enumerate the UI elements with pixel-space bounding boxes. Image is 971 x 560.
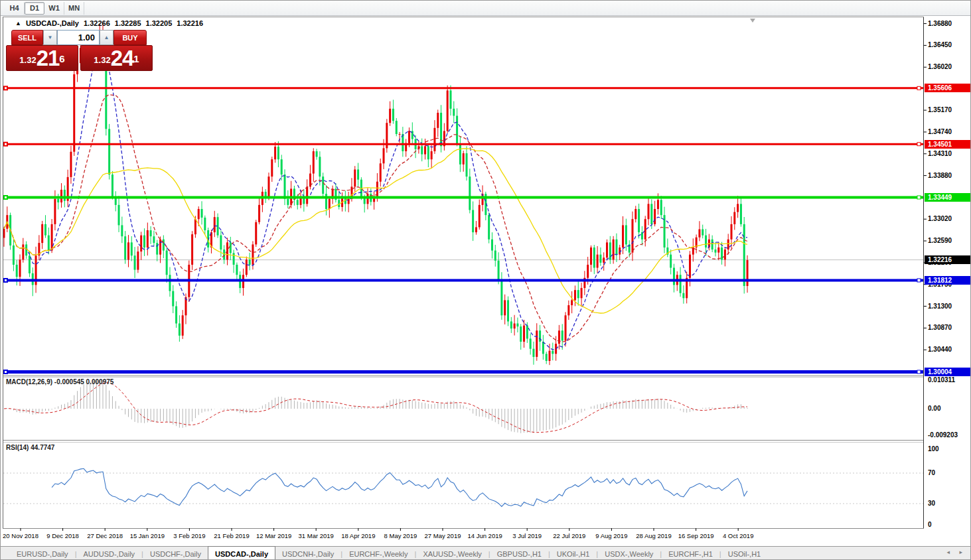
rsi-scale-label: 70 — [928, 469, 969, 477]
line-handle[interactable] — [917, 143, 921, 146]
tab-scroll-arrows[interactable]: ◂ ▸ — [946, 549, 966, 555]
date-label: 9 Dec 2018 — [46, 532, 79, 539]
chart-tab-usdchf[interactable]: USDCHF-,Daily — [143, 547, 208, 560]
macd-scale-label: 0.00 — [928, 405, 969, 413]
chart-tab-usdx[interactable]: USDX-,Weekly — [598, 547, 660, 560]
price-badge: 1.33449 — [925, 193, 970, 202]
chart-tab-eurchf[interactable]: EURCHF-,H1 — [662, 547, 719, 560]
price-badge: 1.30004 — [925, 368, 970, 376]
macd-label: MACD(12,26,9) -0.000545 0.000975 — [6, 378, 113, 385]
price-badge: 1.35606 — [925, 84, 970, 92]
quote-high: 1.32285 — [115, 19, 141, 27]
rsi-line — [52, 468, 747, 506]
date-label: 21 Feb 2019 — [214, 532, 249, 539]
chart-tab-eurusd[interactable]: EURUSD-,Daily — [10, 547, 75, 560]
rsi-label: RSI(14) 44.7747 — [6, 444, 54, 451]
quote-line: ▲ USDCAD-,Daily 1.32266 1.32285 1.32205 … — [15, 19, 203, 27]
rsi-pane — [3, 468, 923, 506]
date-label: 3 Feb 2019 — [173, 532, 205, 539]
quote-open: 1.32266 — [84, 19, 110, 27]
buy-price-main: 24 — [111, 47, 134, 69]
sell-button[interactable]: SELL — [11, 30, 43, 45]
date-label: 22 Jul 2019 — [553, 532, 585, 539]
rsi-scale-label: 0 — [928, 521, 969, 529]
price-badge: 1.31812 — [925, 276, 970, 285]
rsi-scale-label: 30 — [928, 500, 969, 508]
buy-price-pipette: 1 — [133, 46, 139, 72]
quote-close: 1.32216 — [177, 19, 203, 27]
price-tick-label: 1.36880 — [928, 20, 969, 28]
price-badge: 1.32216 — [925, 255, 970, 264]
volume-decrease-button[interactable]: ▼ — [43, 30, 57, 45]
sell-price-main: 21 — [37, 47, 60, 69]
buy-price-display[interactable]: 1.32241 — [80, 45, 153, 71]
chart-tab-ukoil[interactable]: UKOil-,H1 — [550, 547, 597, 560]
price-tick-label: 1.34310 — [928, 150, 969, 158]
date-label: 31 Mar 2019 — [299, 532, 334, 539]
macd-scale-label: -0.009203 — [928, 431, 969, 439]
line-handle[interactable] — [917, 196, 921, 199]
terminal-window: H4D1W1MN ▲ USDCAD-,Daily 1.32266 1.32285… — [0, 0, 971, 560]
rsi-scale-label: 100 — [928, 445, 969, 453]
volume-increase-button[interactable]: ▲ — [100, 30, 113, 45]
macd-scale-label: 0.010311 — [928, 376, 969, 384]
line-handle[interactable] — [917, 279, 921, 282]
chart-tab-xauusd[interactable]: XAUUSD-,Weekly — [416, 547, 488, 560]
sell-price-pipette: 6 — [59, 46, 64, 72]
candlesticks — [3, 23, 749, 365]
date-label: 3 Jul 2019 — [512, 532, 542, 539]
price-tick-label: 1.35170 — [928, 106, 969, 114]
chart-canvas[interactable] — [1, 1, 971, 560]
chart-tab-usoil[interactable]: USOil-,H1 — [721, 547, 768, 560]
price-tick-label: 1.36020 — [928, 63, 969, 71]
date-label: 15 Jan 2019 — [130, 532, 165, 539]
date-label: 14 Jun 2019 — [467, 532, 502, 539]
price-tick-label: 1.31300 — [928, 303, 969, 311]
chart-tab-usdcnh[interactable]: USDCNH-,Daily — [275, 547, 340, 560]
sell-price-prefix: 1.32 — [19, 52, 36, 69]
moving-average-3 — [4, 149, 747, 313]
price-tick-label: 1.30870 — [928, 324, 969, 332]
date-label: 9 Aug 2019 — [595, 532, 627, 539]
date-label: 18 Apr 2019 — [341, 532, 375, 539]
quote-low: 1.32205 — [146, 19, 173, 27]
chart-tab-eurchf[interactable]: EURCHF-,Weekly — [342, 547, 414, 560]
symbol-title: USDCAD-,Daily — [26, 19, 79, 27]
main-price-pane — [3, 23, 924, 374]
date-label: 16 Sep 2019 — [678, 532, 714, 539]
buy-price-prefix: 1.32 — [94, 52, 110, 69]
date-label: 27 Dec 2018 — [87, 532, 123, 539]
line-handle[interactable] — [917, 370, 921, 374]
date-label: 8 May 2019 — [384, 532, 417, 539]
price-tick-label: 1.36450 — [928, 41, 969, 49]
price-badge: 1.34501 — [925, 140, 970, 149]
date-label: 12 Mar 2019 — [256, 532, 291, 539]
date-label: 28 Aug 2019 — [636, 532, 671, 539]
collapse-panel-icon[interactable]: ▲ — [15, 20, 21, 27]
date-label: 27 May 2019 — [425, 532, 461, 539]
line-handle[interactable] — [917, 86, 921, 90]
chart-tab-audusd[interactable]: AUDUSD-,Daily — [76, 547, 141, 560]
buy-button[interactable]: BUY — [113, 30, 147, 45]
date-label: 4 Oct 2019 — [723, 532, 753, 539]
macd-pane — [4, 380, 747, 433]
price-tick-label: 1.33880 — [928, 172, 969, 180]
chart-tab-usdcad[interactable]: USDCAD-,Daily — [208, 546, 275, 560]
chart-tab-bar: EURUSD-,Daily|AUDUSD-,Daily|USDCHF-,Dail… — [1, 546, 971, 560]
volume-input[interactable]: 1.00 — [57, 30, 100, 45]
date-label: 20 Nov 2018 — [3, 532, 38, 539]
price-tick-label: 1.33020 — [928, 215, 969, 223]
price-tick-label: 1.30440 — [928, 346, 969, 354]
sell-price-display[interactable]: 1.32216 — [6, 45, 78, 71]
chart-tab-gbpusd[interactable]: GBPUSD-,H1 — [490, 547, 548, 560]
price-tick-label: 1.32590 — [928, 237, 969, 245]
price-tick-label: 1.34740 — [928, 128, 969, 136]
chart-shift-icon[interactable] — [750, 19, 755, 23]
